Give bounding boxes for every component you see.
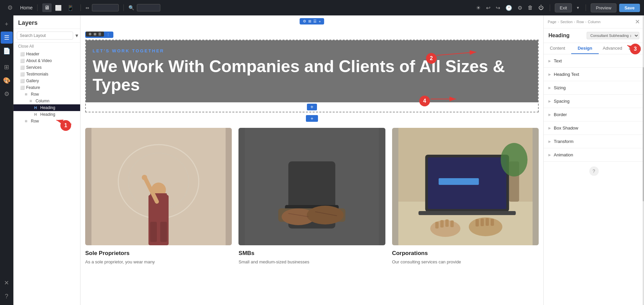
- heading-tool-grid-icon[interactable]: ⊞: [94, 32, 96, 36]
- main-layout: + ☰ 📄 ⊞ 🎨 ⚙ ✕ ? Layers ▼ Close All ⬜ Hea…: [0, 15, 644, 305]
- canvas-area[interactable]: ⚙ ⊞ ☰ + ⚙ ⊞ ☰ ⋮ ⚙ ⊞ ☰ LE: [80, 15, 543, 305]
- element-label: Heading: [548, 33, 570, 39]
- undo-icon[interactable]: ↩: [485, 3, 492, 12]
- panel-section-animation-header[interactable]: ▶ Animation: [544, 148, 644, 161]
- canvas-tool-gear-icon[interactable]: ⚙: [303, 19, 306, 23]
- pages-icon[interactable]: 📄: [1, 45, 13, 57]
- tab-advanced[interactable]: Advanced: [599, 43, 626, 54]
- power-icon[interactable]: ⏻: [537, 3, 545, 12]
- layer-feature-icon: ⬜: [20, 86, 25, 90]
- heading-section[interactable]: ⚙ ⊞ ☰ LET'S WORK TOGETHER We Work With C…: [85, 40, 539, 112]
- widgets-icon[interactable]: ⊞: [1, 61, 13, 73]
- svg-rect-29: [450, 220, 453, 227]
- right-panel-top: Page › Section › Row › Column ✕: [544, 15, 644, 29]
- layer-row2-label: Row: [31, 119, 39, 123]
- service-card-1: Sole Proprietors As a sole proprietor, y…: [85, 128, 232, 265]
- layer-gallery-label: Gallery: [26, 79, 39, 83]
- redo-icon[interactable]: ↪: [494, 3, 501, 12]
- help-icon[interactable]: ?: [1, 290, 13, 302]
- breadcrumb-section: Section: [560, 20, 573, 24]
- desktop-device-btn[interactable]: 🖥: [42, 3, 52, 12]
- layers-filter-icon[interactable]: ▼: [74, 33, 79, 38]
- layer-item-heading-2[interactable]: H Heading: [13, 111, 80, 118]
- panel-section-border[interactable]: ▶ Border: [544, 108, 644, 121]
- service-img-3: [392, 128, 539, 245]
- layer-item-column[interactable]: ⊞ Column: [13, 98, 80, 104]
- annotation-4: 4: [419, 96, 430, 106]
- panel-tabs: Content Design Advanced ▸ ⬜: [544, 43, 644, 54]
- layers-icon[interactable]: ☰: [1, 32, 13, 44]
- layer-item-gallery[interactable]: ⬜ Gallery: [13, 78, 80, 84]
- close-all-button[interactable]: Close All: [13, 43, 80, 50]
- trash-icon[interactable]: 🗑: [526, 3, 534, 12]
- layer-item-header[interactable]: ⬜ Header: [13, 51, 80, 57]
- canvas-tool-grid-icon[interactable]: ⊞: [308, 19, 311, 23]
- panel-close-button[interactable]: ✕: [635, 18, 640, 26]
- layer-heading1-label: Heading: [40, 105, 55, 110]
- layer-feature-label: Feature: [26, 85, 40, 90]
- tab-design[interactable]: Design: [571, 43, 599, 54]
- layer-item-services[interactable]: ⬜ Services: [13, 64, 80, 71]
- tab-content[interactable]: Content: [544, 43, 571, 54]
- annotation-4-container: 4: [419, 96, 430, 106]
- add-element-icon[interactable]: +: [1, 18, 13, 30]
- layer-item-testimonials[interactable]: ⬜ Testimonials: [13, 71, 80, 78]
- settings-icon[interactable]: ⚙: [4, 2, 16, 14]
- breadcrumb-column: Column: [588, 20, 600, 24]
- annotation-2-container: 2: [426, 53, 437, 64]
- panel-section-animation[interactable]: ▶ Animation: [544, 148, 644, 162]
- tablet-device-btn[interactable]: ⬜: [53, 3, 64, 12]
- panel-section-box-shadow[interactable]: ▶ Box Shadow: [544, 121, 644, 135]
- heading-tool-delete-icon[interactable]: ☰: [98, 32, 101, 36]
- preview-button[interactable]: Preview: [591, 3, 616, 12]
- panel-section-transform-header[interactable]: ▶ Transform: [544, 135, 644, 148]
- page-title: Home: [20, 5, 33, 10]
- layers-search-row: ▼: [13, 29, 80, 43]
- canvas-tool-add-icon[interactable]: +: [319, 19, 321, 23]
- panel-section-text[interactable]: ▶ Text: [544, 54, 644, 68]
- layer-item-about-video[interactable]: ⬜ About & Video: [13, 57, 80, 64]
- layer-item-row[interactable]: ⊞ Row: [13, 91, 80, 98]
- section-tool-dots-icon[interactable]: ⋮: [106, 33, 110, 37]
- panel-section-spacing-header[interactable]: ▶ Spacing: [544, 95, 644, 108]
- settings-panel-icon[interactable]: ⚙: [1, 88, 13, 100]
- scrollbar-thumb[interactable]: [643, 67, 644, 201]
- panel-section-sizing[interactable]: ▶ Sizing: [544, 81, 644, 95]
- theme-toggle-icon[interactable]: ☀: [475, 3, 482, 12]
- help-circle-icon[interactable]: ?: [589, 166, 599, 176]
- exit-chevron[interactable]: ▼: [575, 4, 581, 11]
- save-button[interactable]: Save: [619, 4, 640, 12]
- add-row-button[interactable]: +: [306, 115, 318, 122]
- canvas-width-input[interactable]: 1380px: [92, 4, 119, 11]
- panel-help: ?: [544, 162, 644, 181]
- layers-search-input[interactable]: [17, 32, 73, 40]
- panel-section-text-header[interactable]: ▶ Text: [544, 54, 644, 67]
- text-chevron-icon: ▶: [548, 59, 551, 63]
- layer-about-label: About & Video: [26, 58, 52, 63]
- panel-section-heading-text[interactable]: ▶ Heading Text: [544, 68, 644, 81]
- svg-rect-31: [480, 218, 484, 226]
- right-panel: Page › Section › Row › Column ✕ Heading …: [543, 15, 644, 305]
- history-icon[interactable]: 🕐: [504, 3, 514, 12]
- panel-section-transform[interactable]: ▶ Transform: [544, 135, 644, 148]
- panel-section-boxshadow-header[interactable]: ▶ Box Shadow: [544, 121, 644, 135]
- layer-item-feature[interactable]: ⬜ Feature: [13, 84, 80, 91]
- panel-section-spacing[interactable]: ▶ Spacing: [544, 95, 644, 108]
- zoom-input[interactable]: 100%: [137, 4, 160, 11]
- layer-item-heading-selected[interactable]: H Heading: [13, 104, 80, 111]
- panel-section-heading-header[interactable]: ▶ Heading Text: [544, 68, 644, 81]
- panel-section-border-header[interactable]: ▶ Border: [544, 108, 644, 121]
- layer-services-label: Services: [26, 65, 42, 70]
- heading-tool-gear-icon[interactable]: ⚙: [89, 32, 92, 36]
- heading-add-button[interactable]: +: [307, 104, 317, 110]
- bread-svg: [238, 128, 385, 245]
- close-icon[interactable]: ✕: [1, 277, 13, 289]
- settings2-icon[interactable]: ⚙: [516, 3, 524, 12]
- exit-button[interactable]: Exit: [555, 3, 572, 12]
- panel-section-sizing-header[interactable]: ▶ Sizing: [544, 81, 644, 94]
- mobile-device-btn[interactable]: 📱: [65, 3, 76, 12]
- canvas-tool-layout-icon[interactable]: ☰: [313, 19, 317, 23]
- services-grid: Sole Proprietors As a sole proprietor, y…: [80, 124, 543, 272]
- style-icon[interactable]: 🎨: [1, 74, 13, 87]
- element-type-select[interactable]: Consultant Subheading ↕: [587, 32, 639, 39]
